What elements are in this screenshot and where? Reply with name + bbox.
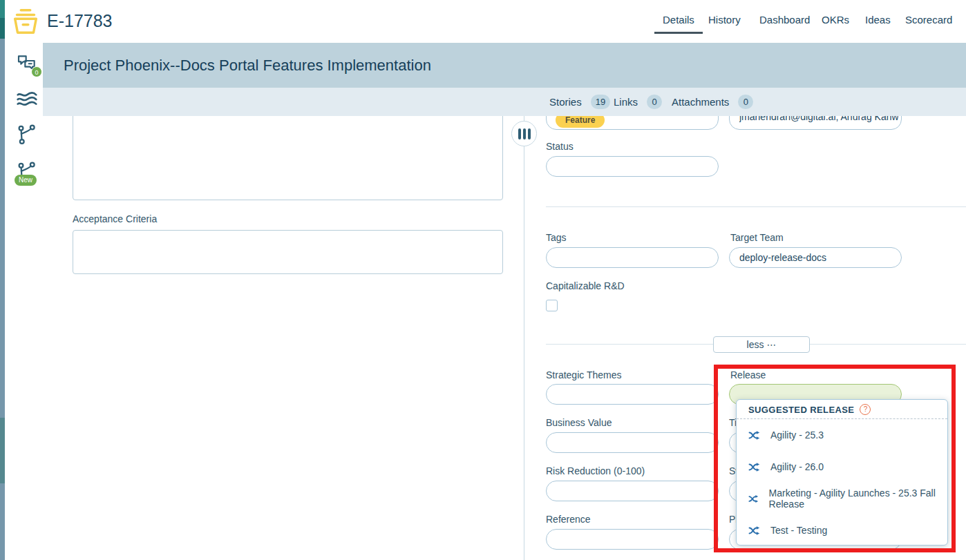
splitter-drag-handle[interactable] — [511, 121, 537, 146]
tab-details[interactable]: Details — [663, 14, 694, 26]
tab-scorecard[interactable]: Scorecard — [905, 14, 952, 26]
status-input[interactable] — [546, 156, 719, 177]
suggested-release-option[interactable]: Agility - 26.0 — [737, 451, 947, 483]
tags-label: Tags — [546, 232, 567, 243]
subtab-links-label: Links — [614, 96, 638, 108]
suggested-release-dropdown: SUGGESTED RELEASE ? Agility - 25.3 Agili… — [736, 399, 948, 545]
activity-stream-icon[interactable] — [16, 89, 38, 113]
shuffle-icon — [748, 492, 760, 505]
acceptance-criteria-label: Acceptance Criteria — [73, 213, 157, 224]
option-label: Agility - 25.3 — [770, 429, 824, 441]
drag-bar — [523, 128, 526, 139]
nav-strip-segment — [0, 18, 5, 39]
branch-icon[interactable] — [16, 124, 37, 148]
reference-label: Reference — [546, 514, 591, 525]
description-textarea[interactable] — [73, 115, 503, 200]
suggested-release-header: SUGGESTED RELEASE ? — [737, 400, 947, 419]
help-icon[interactable]: ? — [860, 404, 871, 415]
branch-new-icon[interactable]: New — [16, 162, 37, 185]
attachments-count-badge: 0 — [738, 95, 753, 109]
subtab-attachments[interactable]: Attachments 0 — [672, 88, 753, 116]
risk-reduction-label: Risk Reduction (0-100) — [546, 465, 645, 476]
shuffle-icon — [748, 524, 761, 537]
business-value-input[interactable] — [546, 432, 719, 453]
tab-dashboard[interactable]: Dashboard — [759, 14, 810, 26]
business-value-label: Business Value — [546, 417, 612, 428]
collapsed-nav-strip[interactable] — [0, 0, 5, 560]
less-button[interactable]: less ⋯ — [713, 336, 810, 353]
reference-input[interactable] — [546, 529, 719, 550]
section-divider — [546, 206, 966, 207]
tab-ideas[interactable]: Ideas — [865, 14, 891, 26]
nav-strip-segment — [0, 0, 5, 18]
strategic-themes-label: Strategic Themes — [546, 369, 621, 380]
release-label: Release — [730, 369, 766, 380]
target-team-label: Target Team — [730, 232, 784, 243]
drag-bar — [518, 128, 521, 139]
status-label: Status — [546, 141, 574, 152]
subtab-band: Stories 19 Links 0 Attachments 0 — [43, 88, 966, 116]
page-title: Project Phoenix--Docs Portal Features Im… — [64, 57, 431, 75]
left-icon-rail: 0 New — [5, 0, 43, 560]
suggested-release-option[interactable]: Agility - 25.3 — [737, 419, 947, 451]
risk-reduction-input[interactable] — [546, 481, 719, 501]
title-band: Project Phoenix--Docs Portal Features Im… — [43, 43, 966, 88]
suggested-release-title: SUGGESTED RELEASE — [748, 405, 854, 415]
tab-history[interactable]: History — [708, 14, 741, 26]
subtab-links[interactable]: Links 0 — [614, 88, 662, 116]
nav-strip-segment — [0, 418, 5, 483]
option-label: Test - Testing — [770, 525, 827, 536]
suggested-release-option[interactable]: Marketing - Agility Launches - 25.3 Fall… — [737, 483, 947, 514]
top-header: E-17783 Details History Dashboard OKRs I… — [5, 0, 966, 43]
strategic-themes-input[interactable] — [546, 384, 719, 405]
subtab-attachments-label: Attachments — [672, 96, 729, 108]
tags-input[interactable] — [546, 247, 719, 268]
option-label: Marketing - Agility Launches - 25.3 Fall… — [769, 487, 947, 510]
subtab-stories-label: Stories — [549, 96, 582, 108]
conversations-icon[interactable]: 0 — [16, 52, 38, 77]
stories-count-badge: 19 — [591, 95, 610, 109]
target-team-input[interactable] — [729, 247, 902, 268]
option-label: Agility - 26.0 — [770, 461, 824, 472]
capitalizable-rd-checkbox[interactable] — [546, 300, 558, 311]
epic-id: E-17783 — [47, 11, 113, 31]
shuffle-icon — [748, 461, 761, 474]
acceptance-criteria-textarea[interactable] — [73, 230, 503, 274]
comments-count-badge: 0 — [31, 66, 42, 77]
suggested-release-option[interactable]: Test - Testing — [737, 514, 947, 546]
shuffle-icon — [748, 429, 761, 442]
epic-type-icon — [10, 6, 41, 40]
subtab-stories[interactable]: Stories 19 — [549, 88, 610, 116]
capitalizable-rd-label: Capitalizable R&D — [546, 280, 625, 291]
epic-details-page: 0 New — [0, 0, 966, 560]
tab-okrs[interactable]: OKRs — [822, 14, 849, 26]
drag-bar — [528, 128, 531, 139]
panel-splitter[interactable] — [524, 116, 524, 560]
links-count-badge: 0 — [647, 95, 662, 109]
new-feature-badge: New — [15, 175, 37, 186]
